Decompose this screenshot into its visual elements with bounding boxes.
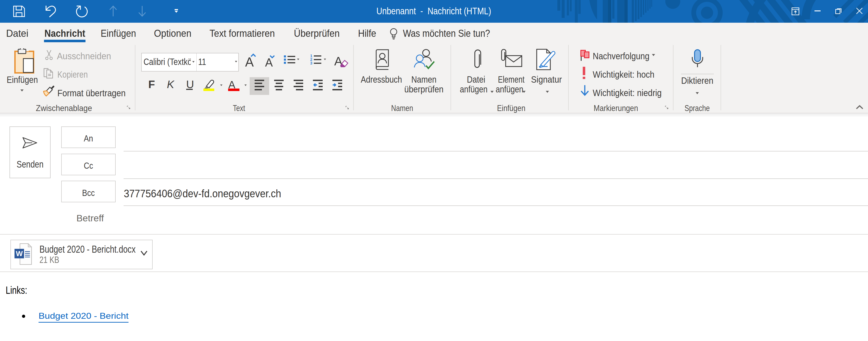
svg-text:W: W <box>16 250 23 258</box>
svg-text:3: 3 <box>310 61 312 65</box>
